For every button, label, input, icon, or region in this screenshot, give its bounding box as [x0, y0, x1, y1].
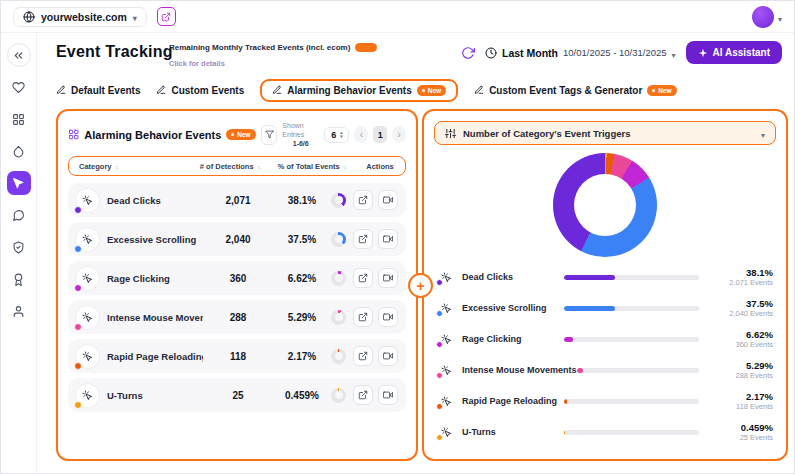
open-details-button[interactable] — [353, 268, 373, 288]
category-icon — [76, 189, 99, 212]
prev-page-button[interactable] — [354, 126, 368, 143]
table-row: U-Turns 25 0.459% — [68, 378, 406, 412]
pencil-icon — [56, 85, 66, 95]
sort-icon — [343, 162, 347, 171]
external-link-icon — [161, 12, 171, 22]
video-camera-icon — [383, 234, 393, 244]
tab[interactable]: Custom Event Tags & Generator New — [474, 80, 677, 101]
sidebar-item-account[interactable] — [7, 299, 31, 323]
recordings-button[interactable] — [378, 190, 398, 210]
column-category[interactable]: Category — [69, 162, 191, 171]
sort-icon — [257, 162, 261, 171]
legend-row: U-Turns 0.459% 25 Events — [437, 421, 773, 443]
open-details-button[interactable] — [353, 190, 373, 210]
detections-count: 360 — [203, 273, 273, 284]
tab-label: Custom Event Tags & Generator — [489, 85, 642, 96]
legend-bar-track — [564, 399, 699, 404]
details-link[interactable]: Click for details — [169, 59, 225, 68]
category-color-dot — [436, 341, 443, 348]
open-details-button[interactable] — [353, 385, 373, 405]
category-icon — [76, 384, 99, 407]
date-range-selector[interactable]: Last Month 10/01/2025 - 10/31/2025 — [485, 44, 676, 62]
table-row: Intense Mouse Moveme... 288 5.29% — [68, 300, 406, 334]
droplet-icon — [12, 145, 25, 158]
table-panel-header: Alarming Behavior Events New Shown Entri… — [58, 111, 416, 154]
external-link-icon — [358, 351, 368, 361]
category-icon — [76, 306, 99, 329]
sidebar-item-dashboard[interactable] — [7, 107, 31, 131]
tab[interactable]: Alarming Behavior Events New — [260, 79, 458, 102]
avatar[interactable] — [752, 6, 774, 28]
recordings-button[interactable] — [378, 346, 398, 366]
legend-percent: 0.459% — [711, 422, 773, 433]
ai-assistant-button[interactable]: AI Assistant — [686, 41, 782, 64]
recordings-button[interactable] — [378, 385, 398, 405]
sidebar-item-privacy[interactable] — [7, 235, 31, 259]
legend-row: Dead Clicks 38.1% 2,071 Events — [437, 266, 773, 288]
legend-row: Rage Clicking 6.62% 360 Events — [437, 328, 773, 350]
category-color-dot — [436, 403, 443, 410]
next-page-button[interactable] — [392, 126, 406, 143]
open-website-button[interactable] — [157, 7, 176, 26]
refresh-icon — [461, 46, 475, 60]
add-panel-button[interactable] — [408, 273, 433, 298]
detections-count: 288 — [203, 312, 273, 323]
legend-percent: 37.5% — [711, 298, 773, 309]
filter-button[interactable] — [261, 125, 278, 145]
chart-metric-label: Number of Category's Event Triggers — [463, 128, 631, 139]
external-link-icon — [358, 195, 368, 205]
chevron-down-icon[interactable] — [778, 8, 782, 26]
refresh-button[interactable] — [461, 46, 475, 60]
open-details-button[interactable] — [353, 346, 373, 366]
legend-bar-track — [577, 368, 699, 373]
sidebar-item-favorites[interactable] — [7, 75, 31, 99]
category-name: Intense Mouse Moveme... — [107, 312, 203, 323]
tab[interactable]: Custom Events — [156, 80, 244, 101]
pencil-icon — [156, 85, 166, 95]
page-size-select[interactable]: 6 — [324, 127, 349, 143]
legend-bar-track — [564, 337, 699, 342]
open-details-button[interactable] — [353, 229, 373, 249]
new-badge: New — [417, 85, 446, 96]
website-selector[interactable]: yourwebsite.com — [13, 7, 147, 27]
row-actions — [353, 385, 398, 405]
recordings-button[interactable] — [378, 307, 398, 327]
tabs: Default Events Custom Events Alarming Be… — [56, 77, 677, 103]
topbar: yourwebsite.com — [1, 1, 794, 33]
video-camera-icon — [383, 351, 393, 361]
open-details-button[interactable] — [353, 307, 373, 327]
category-name: Rage Clicking — [107, 273, 203, 284]
detections-count: 118 — [203, 351, 273, 362]
category-icon — [437, 268, 455, 286]
category-color-dot — [74, 245, 82, 253]
header-controls: Last Month 10/01/2025 - 10/31/2025 AI As… — [461, 41, 782, 64]
sidebar-item-heatmaps[interactable] — [7, 139, 31, 163]
chevron-down-icon — [761, 124, 765, 142]
row-actions — [353, 346, 398, 366]
mini-donut — [331, 310, 346, 325]
category-icon — [437, 361, 455, 379]
category-icon — [76, 345, 99, 368]
column-percent[interactable]: % of Total Events — [269, 162, 355, 171]
sidebar-collapse-icon[interactable] — [7, 43, 31, 67]
cursor-click-icon — [82, 351, 93, 362]
column-detections[interactable]: # of Detections — [191, 162, 269, 171]
chart-metric-dropdown[interactable]: Number of Category's Event Triggers — [434, 121, 776, 145]
recordings-button[interactable] — [378, 268, 398, 288]
external-link-icon — [358, 312, 368, 322]
sidebar-item-feedback[interactable] — [7, 203, 31, 227]
category-icon — [437, 330, 455, 348]
category-icon — [76, 228, 99, 251]
tab[interactable]: Default Events — [56, 80, 140, 101]
sidebar-item-event-tracking[interactable] — [7, 171, 31, 195]
funnel-icon — [265, 130, 274, 139]
page-title: Event Tracking — [56, 43, 173, 61]
chevron-down-icon — [133, 11, 137, 23]
legend-row: Rapid Page Reloading 2.17% 118 Events — [437, 390, 773, 412]
sidebar-item-badges[interactable] — [7, 267, 31, 291]
video-camera-icon — [383, 312, 393, 322]
category-color-dot — [74, 284, 82, 292]
recordings-button[interactable] — [378, 229, 398, 249]
percent-of-total: 6.62% — [273, 273, 331, 284]
row-actions — [353, 190, 398, 210]
